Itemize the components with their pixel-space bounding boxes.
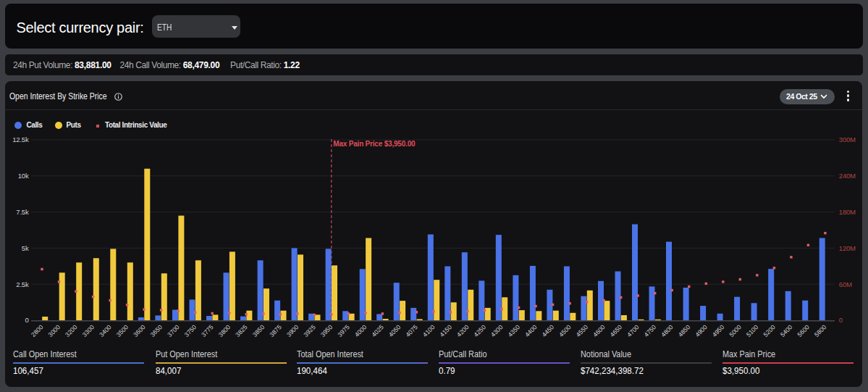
svg-text:4250: 4250 xyxy=(472,323,487,338)
svg-text:3200: 3200 xyxy=(64,323,79,338)
svg-text:5k: 5k xyxy=(22,243,29,251)
svg-text:4075: 4075 xyxy=(404,323,419,338)
svg-text:4150: 4150 xyxy=(438,323,453,338)
svg-text:Max Pain Price $3,950.00: Max Pain Price $3,950.00 xyxy=(333,139,416,147)
svg-text:240M: 240M xyxy=(839,172,856,180)
svg-text:5400: 5400 xyxy=(779,323,794,338)
svg-text:4100: 4100 xyxy=(421,323,437,338)
svg-text:3950: 3950 xyxy=(319,323,334,338)
svg-text:4000: 4000 xyxy=(353,323,368,338)
svg-text:3925: 3925 xyxy=(302,323,317,338)
svg-text:4500: 4500 xyxy=(557,323,573,338)
svg-text:300M: 300M xyxy=(839,135,856,143)
svg-text:60M: 60M xyxy=(839,280,852,288)
svg-text:4850: 4850 xyxy=(677,323,692,338)
svg-text:3500: 3500 xyxy=(115,323,130,338)
svg-text:4750: 4750 xyxy=(643,323,658,338)
svg-text:4700: 4700 xyxy=(625,323,641,338)
svg-text:0: 0 xyxy=(25,316,28,324)
svg-text:3850: 3850 xyxy=(251,323,266,338)
svg-text:4025: 4025 xyxy=(370,323,385,338)
svg-text:3875: 3875 xyxy=(268,323,283,338)
svg-text:4900: 4900 xyxy=(694,323,709,338)
svg-text:5100: 5100 xyxy=(745,323,760,338)
svg-text:3775: 3775 xyxy=(200,323,215,338)
svg-text:4350: 4350 xyxy=(507,323,522,338)
svg-text:3600: 3600 xyxy=(132,323,147,338)
svg-text:4600: 4600 xyxy=(591,323,607,338)
svg-text:4050: 4050 xyxy=(387,323,403,338)
svg-text:5800: 5800 xyxy=(813,323,828,338)
svg-text:10k: 10k xyxy=(18,172,29,180)
svg-text:5200: 5200 xyxy=(762,323,777,338)
svg-text:4550: 4550 xyxy=(575,323,590,338)
svg-text:3900: 3900 xyxy=(285,323,300,338)
svg-text:5600: 5600 xyxy=(796,323,811,338)
svg-text:120M: 120M xyxy=(839,243,856,251)
svg-text:0: 0 xyxy=(839,316,843,324)
svg-text:3975: 3975 xyxy=(336,323,351,338)
svg-text:4950: 4950 xyxy=(711,323,726,338)
svg-text:4200: 4200 xyxy=(455,323,471,338)
svg-text:180M: 180M xyxy=(839,208,856,216)
svg-text:4800: 4800 xyxy=(660,323,675,338)
svg-text:3750: 3750 xyxy=(183,323,198,338)
svg-text:3800: 3800 xyxy=(217,323,232,338)
svg-text:4300: 4300 xyxy=(489,323,505,338)
svg-text:12.5k: 12.5k xyxy=(12,135,29,143)
svg-text:3400: 3400 xyxy=(98,323,113,338)
svg-text:4400: 4400 xyxy=(523,323,539,338)
svg-text:4650: 4650 xyxy=(609,323,624,338)
svg-text:3700: 3700 xyxy=(166,323,181,338)
svg-text:4450: 4450 xyxy=(541,323,556,338)
svg-text:3825: 3825 xyxy=(234,323,249,338)
svg-text:3650: 3650 xyxy=(149,323,164,338)
svg-text:7.5k: 7.5k xyxy=(16,208,29,216)
svg-text:3000: 3000 xyxy=(46,323,62,338)
svg-text:2800: 2800 xyxy=(30,323,45,338)
svg-text:2.5k: 2.5k xyxy=(16,280,29,288)
svg-text:5000: 5000 xyxy=(728,323,743,338)
svg-text:3300: 3300 xyxy=(81,323,96,338)
